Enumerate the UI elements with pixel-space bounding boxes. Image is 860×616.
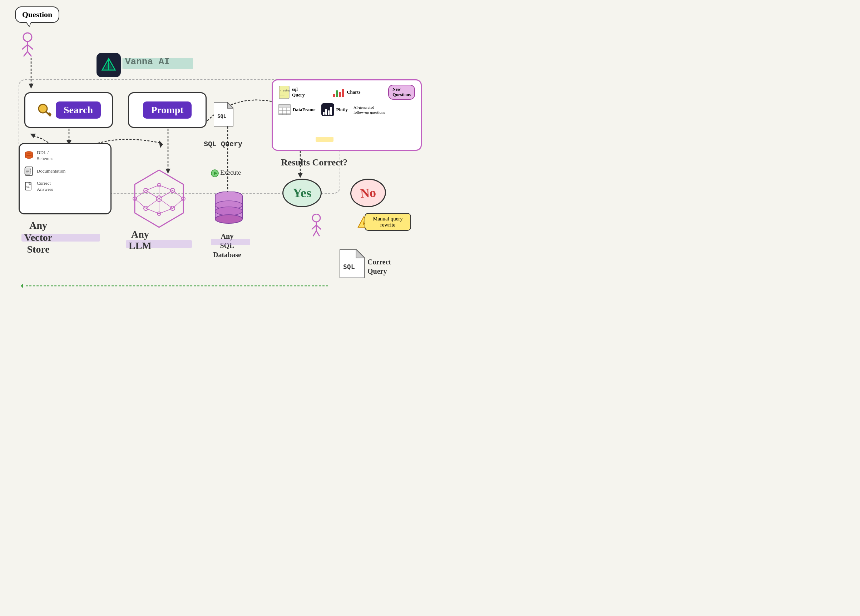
svg-point-71 [215,207,242,215]
no-bubble: No [350,177,387,208]
plotly-highlight [315,137,333,142]
ddl-text: DDL /Schemas [37,150,53,162]
search-label: Search [56,102,101,119]
svg-rect-91 [330,107,332,115]
ddl-item: DDL /Schemas [20,147,110,164]
svg-line-44 [159,190,173,199]
svg-rect-13 [47,112,52,116]
svg-marker-60 [228,102,234,108]
svg-marker-19 [30,134,36,138]
prompt-label: Prompt [143,102,191,119]
person-icon [19,32,36,57]
plotly-output-item: Plotly [321,103,348,116]
svg-rect-28 [25,168,30,174]
prompt-box: Prompt [128,92,207,128]
chart-icon [333,87,345,97]
svg-point-93 [312,214,320,222]
svg-text:> select: > select [280,89,290,92]
sql-query-output-item: > select ___ sqlQuery [278,86,304,99]
svg-line-45 [146,199,159,208]
results-correct-label: Results Correct? [281,157,348,168]
svg-line-3 [28,45,33,49]
svg-line-51 [146,208,159,214]
svg-rect-78 [339,92,341,97]
svg-marker-92 [298,173,303,178]
vector-store-box: DDL /Schemas Documentation [19,143,111,215]
svg-line-95 [312,225,316,229]
db-label: AnySQLDatabase [213,232,241,259]
svg-text:SQL: SQL [343,263,355,271]
correct-text: CorrectAnswers [37,180,53,193]
diagram: Question Vanna AI [0,0,430,308]
manual-rewrite-label: Manual query rewrite [364,213,411,231]
svg-rect-90 [328,110,330,115]
svg-rect-77 [336,90,338,97]
doc-item: Documentation [20,164,110,178]
svg-point-0 [23,33,32,41]
execute-play-icon [211,169,219,177]
vanna-logo [97,53,121,77]
svg-marker-20 [159,140,163,148]
correct-item: SQL CorrectAnswers [20,178,110,195]
document-icon [24,166,34,176]
svg-rect-86 [279,105,290,108]
svg-line-97 [313,231,316,236]
llm-brain-icon [124,167,194,230]
svg-line-54 [135,199,146,208]
doc-text: Documentation [37,168,66,174]
correct-query-label: CorrectQuery [367,257,391,276]
svg-line-43 [146,190,159,199]
teal-vanna-bg [121,58,193,69]
plotly-label: Plotly [336,107,348,113]
svg-line-46 [159,199,173,208]
sql-file-icon: SQL [214,102,234,127]
svg-line-56 [173,199,184,208]
green-feedback-arrow [21,279,342,293]
svg-text:SQL: SQL [217,113,226,119]
svg-point-72 [215,215,242,223]
plotly-icon [321,103,334,116]
svg-line-98 [316,231,320,236]
new-questions-bubble: NewQuestions [388,85,415,100]
svg-line-50 [159,185,173,190]
sql-code-icon: > select ___ [278,86,290,99]
svg-text:SQL: SQL [26,186,30,188]
charts-output-item: Charts [333,87,360,97]
vector-store-label: AnyVectorStore [24,219,52,255]
svg-marker-103 [356,249,364,258]
sql-correct-file-icon: SQL [340,249,364,278]
search-box: Search [24,92,113,128]
svg-line-4 [24,52,28,56]
svg-marker-105 [21,284,23,288]
person-under-bubbles-icon [308,214,325,237]
svg-point-23 [25,155,33,158]
results-output-box: > select ___ sqlQuery Charts [271,79,422,151]
search-icon [36,102,52,118]
database-cylinder-icon [213,191,245,227]
svg-rect-79 [342,89,344,97]
svg-line-49 [146,185,159,190]
svg-text:___: ___ [280,92,284,96]
svg-line-2 [22,45,28,49]
svg-line-96 [316,225,321,229]
question-text: Question [22,10,52,19]
dataframe-output-item: DataFrame [278,104,315,115]
ai-followup-text: AI-generatedfollow-up questions [353,105,385,115]
yes-bubble: Yes [282,179,322,207]
svg-rect-76 [333,94,335,97]
svg-rect-73 [279,86,289,99]
svg-rect-88 [323,112,325,115]
svg-line-52 [159,208,173,214]
svg-line-5 [28,52,31,56]
llm-label: AnyLLM [129,229,152,252]
db-highlight [211,239,250,245]
database-icon [24,151,34,161]
arrow-sql-to-db [222,127,233,198]
svg-rect-89 [325,109,327,115]
table-icon [278,104,290,115]
sql-file-small-icon: SQL [24,182,34,191]
question-bubble: Question [15,6,59,23]
